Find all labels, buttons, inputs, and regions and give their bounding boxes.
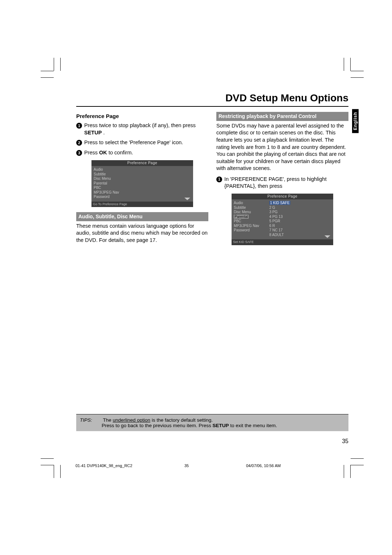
osd-footer: Set KID SAFE xyxy=(232,239,333,245)
step-num-icon: 3 xyxy=(76,150,82,156)
osd-item: Disc Menu xyxy=(94,177,191,181)
osd-item-selected: Parental xyxy=(234,215,249,219)
step-num-icon: 2 xyxy=(76,140,82,146)
step-1: 1 Press twice to stop playback (if any),… xyxy=(76,122,208,136)
osd-item: Password xyxy=(234,228,266,233)
osd-value: 4 PG 13 xyxy=(269,215,331,219)
chevron-down-icon xyxy=(324,235,330,238)
tips-label: TIPS: xyxy=(80,417,102,423)
osd-item: Subtitle xyxy=(94,172,191,177)
left-column: Preference Page 1 Press twice to stop pl… xyxy=(76,112,208,250)
osd-item: PBC xyxy=(94,186,191,190)
text: Press xyxy=(84,139,99,145)
osd-item: MP3/JPEG Nav xyxy=(234,224,266,228)
text: twice to stop playback (if any), then pr… xyxy=(99,122,196,128)
text: . xyxy=(103,130,105,135)
osd-item: MP3/JPEG Nav xyxy=(94,190,191,195)
osd-value: 6 R xyxy=(269,224,331,228)
osd-value: 7 NC 17 xyxy=(269,228,331,233)
osd-title: Preference Page xyxy=(232,194,333,200)
section-audio-subtitle: Audio, Subtitle, Disc Menu xyxy=(76,212,208,221)
setup-key: SETUP xyxy=(84,130,102,135)
step-num-icon: 1 xyxy=(216,177,222,182)
footer-page: 35 xyxy=(184,463,246,468)
osd-value: 2 G xyxy=(269,206,331,210)
parental-para: Some DVDs may have a parental level assi… xyxy=(216,122,348,172)
osd-item: Subtitle xyxy=(234,206,266,210)
osd-value: 3 PG xyxy=(269,210,331,215)
osd-menu-preview: Preference Page Audio1 KID SAFE Subtitle… xyxy=(232,194,333,245)
text: to exit the menu item. xyxy=(230,423,277,428)
text: to select the 'Preference Page' icon. xyxy=(99,139,183,145)
text: The xyxy=(103,417,113,423)
text: In 'PREFERENCE PAGE', press xyxy=(224,176,301,182)
audio-subtitle-para: These menus contain various language opt… xyxy=(76,223,208,244)
osd-footer: Go To Preference Page xyxy=(91,202,193,207)
osd-item: Disc Menu xyxy=(234,210,266,215)
underlined-option: underlined option xyxy=(113,417,151,423)
text: to go back to the previous menu item. Pr… xyxy=(115,423,212,428)
chevron-down-icon xyxy=(184,198,190,200)
page-title: DVD Setup Menu Options xyxy=(76,92,348,107)
text: Press xyxy=(84,122,99,128)
osd-value: 1 KID SAFE xyxy=(269,201,290,205)
step-1-right: 1 In 'PREFERENCE PAGE', press to highlig… xyxy=(216,176,348,190)
print-footer: 01-41 DVP5140K_98_eng_RC2 35 04/07/06, 1… xyxy=(75,463,348,468)
ok-key: OK xyxy=(99,150,107,155)
step-3: 3 Press OK to confirm. xyxy=(76,149,208,157)
osd-item: PBC xyxy=(234,219,266,224)
osd-item: Audio xyxy=(234,201,266,206)
section-parental: Restricting playback by Parental Control xyxy=(216,112,348,121)
osd-item: Password xyxy=(94,195,191,199)
text: is the factory default setting. xyxy=(150,417,213,423)
text: Press xyxy=(84,150,99,155)
osd-item: Parental xyxy=(94,181,191,186)
language-tab: English xyxy=(352,109,359,133)
pref-heading: Preference Page xyxy=(76,113,208,120)
tips-box: TIPS: The underlined option is the facto… xyxy=(76,414,348,431)
step-num-icon: 1 xyxy=(76,123,82,129)
text: Press xyxy=(102,423,115,428)
osd-item: Audio xyxy=(94,167,191,172)
page-body: DVD Setup Menu Options Preference Page 1… xyxy=(76,92,348,250)
right-column: Restricting playback by Parental Control… xyxy=(216,112,348,250)
setup-key: SETUP xyxy=(212,423,229,428)
footer-date: 04/07/06, 10:56 AM xyxy=(246,463,348,468)
osd-value: 5 PGR xyxy=(269,219,331,224)
osd-title: Preference Page xyxy=(91,160,193,166)
step-2: 2 Press to select the 'Preference Page' … xyxy=(76,139,208,146)
osd-value: 8 ADULT xyxy=(269,233,331,238)
page-number: 35 xyxy=(342,438,348,445)
osd-menu-preview: Preference Page Audio Subtitle Disc Menu… xyxy=(91,160,193,207)
footer-file: 01-41 DVP5140K_98_eng_RC2 xyxy=(75,463,184,468)
text: to confirm. xyxy=(109,150,133,155)
